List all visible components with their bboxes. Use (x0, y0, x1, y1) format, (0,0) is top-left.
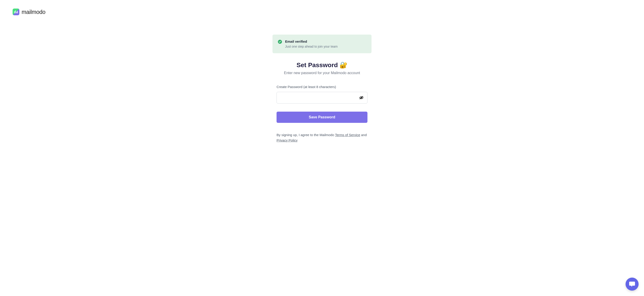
check-circle-icon (278, 40, 282, 44)
set-password-form: Create Password (at least 8 characters) … (276, 85, 368, 143)
alert-title: Email verified (285, 39, 338, 43)
password-input[interactable] (276, 92, 368, 104)
page-title: Set Password 🔐 (296, 61, 348, 69)
main-content: Email verified Just one step ahead to jo… (0, 24, 644, 143)
brand-logo: mailmodo (12, 8, 632, 15)
alert-content: Email verified Just one step ahead to jo… (285, 39, 338, 48)
brand-logo-icon (12, 8, 19, 15)
success-alert: Email verified Just one step ahead to jo… (272, 35, 372, 53)
page-subtitle: Enter new password for your Mailmodo acc… (284, 71, 360, 75)
save-password-button[interactable]: Save Password (276, 112, 368, 123)
password-input-wrapper (276, 92, 368, 104)
terms-prefix: By signing up, I agree to the Mailmodo (276, 133, 335, 137)
terms-of-service-link[interactable]: Terms of Service (335, 133, 360, 137)
brand-name: mailmodo (22, 9, 46, 15)
eye-off-icon (359, 96, 364, 100)
privacy-policy-link[interactable]: Privacy Policy (276, 138, 298, 142)
alert-subtitle: Just one step ahead to join your team (285, 45, 338, 48)
password-label: Create Password (at least 8 characters) (276, 85, 368, 89)
chat-bubble-icon (629, 281, 636, 287)
toggle-password-visibility-button[interactable] (358, 95, 364, 100)
chat-widget-button[interactable] (626, 278, 638, 291)
terms-connector: and (360, 133, 367, 137)
terms-text: By signing up, I agree to the Mailmodo T… (276, 132, 368, 143)
header: mailmodo (0, 0, 644, 24)
